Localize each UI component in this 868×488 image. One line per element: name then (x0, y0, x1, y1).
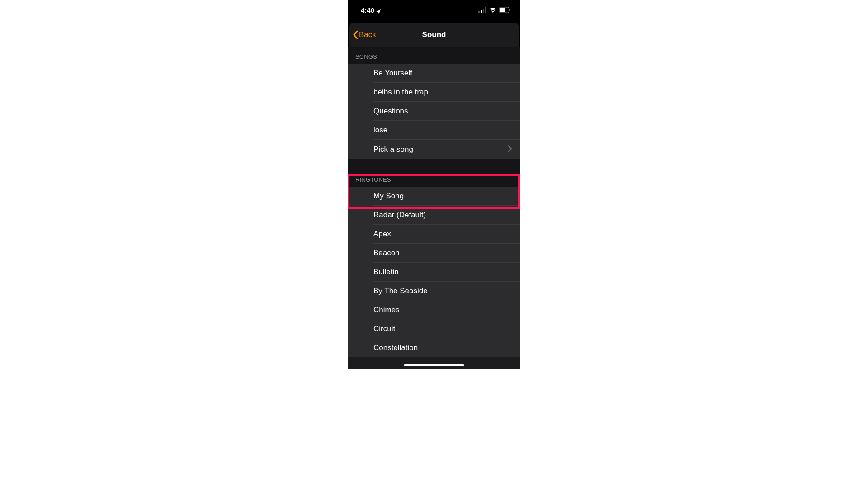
back-button-label: Back (359, 30, 376, 39)
nav-bar-container: Back Sound (348, 20, 520, 47)
svg-rect-6 (509, 9, 510, 11)
list-item-label: Chimes (373, 305, 400, 314)
list-item[interactable]: Circuit (348, 319, 520, 338)
list-item[interactable]: Constellation (348, 338, 520, 357)
list-item-label: Beacon (373, 249, 400, 258)
section-header: SONGS (348, 47, 520, 64)
svg-rect-1 (481, 10, 482, 13)
sections-container: SONGSBe Yourselfbeibs in the trapQuestio… (348, 47, 520, 357)
battery-icon (499, 7, 511, 13)
chevron-left-icon (353, 30, 358, 39)
list-item[interactable]: Questions (348, 102, 520, 121)
status-bar: 4:40 (348, 0, 520, 20)
list-item[interactable]: beibs in the trap (348, 83, 520, 102)
list-item-label: Circuit (373, 324, 395, 333)
nav-bar: Back Sound (349, 23, 519, 47)
list-item[interactable]: Apex (348, 225, 520, 244)
svg-rect-2 (483, 9, 484, 13)
list-item-label: Pick a song (373, 145, 413, 154)
status-bar-right (478, 7, 511, 13)
list-item[interactable]: Bulletin (348, 263, 520, 282)
list-item-label: Apex (373, 230, 391, 239)
cellular-signal-icon (478, 7, 486, 13)
wifi-icon (489, 7, 496, 13)
list-item[interactable]: Beacon (348, 244, 520, 263)
list-item[interactable]: Be Yourself (348, 64, 520, 83)
list-item-label: My Song (373, 192, 404, 201)
home-indicator[interactable] (404, 364, 464, 366)
list-item[interactable]: Radar (Default) (348, 206, 520, 225)
section-list: My SongRadar (Default)ApexBeaconBulletin… (348, 187, 520, 357)
list-item-label: lose (373, 126, 387, 135)
list-item[interactable]: My Song (348, 187, 520, 206)
location-services-icon (376, 8, 381, 12)
list-item-label: Constellation (373, 343, 418, 352)
phone-frame: 4:40 Back Sound (348, 0, 520, 369)
list-item-label: Radar (Default) (373, 211, 426, 220)
list-item[interactable]: Chimes (348, 300, 520, 319)
svg-rect-0 (478, 11, 480, 13)
section-list: Be Yourselfbeibs in the trapQuestionslos… (348, 64, 520, 159)
section-gap (348, 159, 520, 170)
status-time: 4:40 (361, 6, 374, 14)
list-item[interactable]: Pick a song (348, 140, 520, 159)
content-scroll[interactable]: SONGSBe Yourselfbeibs in the trapQuestio… (348, 47, 520, 369)
svg-rect-5 (500, 8, 505, 12)
list-item-label: beibs in the trap (373, 88, 428, 97)
back-button[interactable]: Back (353, 30, 376, 39)
status-bar-left: 4:40 (361, 6, 381, 14)
list-item-label: Questions (373, 107, 408, 116)
list-item-label: By The Seaside (373, 286, 428, 296)
list-item[interactable]: lose (348, 121, 520, 140)
section-header: RINGTONES (348, 170, 520, 187)
nav-title: Sound (422, 30, 446, 39)
list-item-label: Bulletin (373, 267, 399, 277)
svg-rect-3 (485, 7, 486, 13)
chevron-right-icon (508, 145, 512, 154)
list-item-label: Be Yourself (373, 69, 412, 78)
list-item[interactable]: By The Seaside (348, 282, 520, 300)
